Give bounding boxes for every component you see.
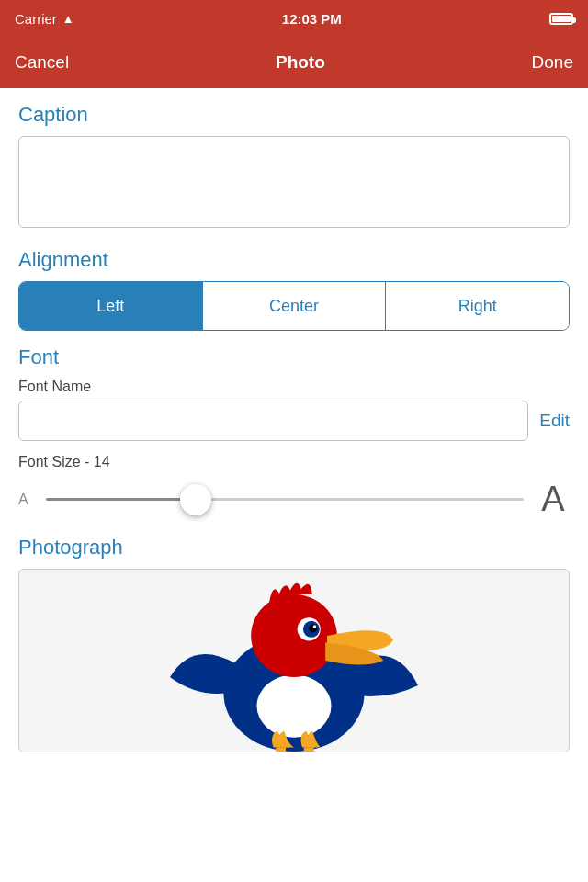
font-edit-button[interactable]: Edit bbox=[539, 411, 570, 431]
photograph-section-label: Photograph bbox=[18, 536, 570, 560]
svg-point-6 bbox=[313, 625, 317, 628]
svg-point-2 bbox=[251, 594, 337, 677]
wifi-icon: ▲ bbox=[62, 12, 74, 26]
font-name-label: Font Name bbox=[18, 379, 570, 395]
status-right bbox=[549, 13, 573, 25]
nav-bar: Cancel Photo Done bbox=[0, 37, 588, 88]
cancel-button[interactable]: Cancel bbox=[15, 52, 69, 73]
slider-small-a: A bbox=[18, 492, 33, 508]
alignment-buttons: Left Center Right bbox=[18, 281, 570, 331]
status-left: Carrier ▲ bbox=[15, 11, 74, 27]
jayhawk-image: KU bbox=[19, 570, 569, 752]
alignment-section: Alignment Left Center Right bbox=[18, 248, 570, 331]
caption-section-label: Caption bbox=[18, 103, 570, 127]
font-size-slider[interactable] bbox=[46, 498, 524, 501]
caption-input[interactable] bbox=[18, 136, 570, 228]
font-size-label: Font Size - 14 bbox=[18, 454, 570, 470]
svg-text:KU: KU bbox=[277, 691, 311, 717]
battery-icon bbox=[549, 13, 573, 25]
font-section: Font Font Name Edit Font Size - 14 A A bbox=[18, 345, 570, 519]
align-right-button[interactable]: Right bbox=[386, 282, 569, 330]
alignment-section-label: Alignment bbox=[18, 248, 570, 272]
nav-title: Photo bbox=[276, 52, 325, 73]
slider-large-a: A bbox=[537, 480, 570, 519]
align-center-button[interactable]: Center bbox=[203, 282, 387, 330]
status-bar: Carrier ▲ 12:03 PM bbox=[0, 0, 588, 37]
font-section-label: Font bbox=[18, 345, 570, 369]
font-name-row: Edit bbox=[18, 401, 570, 441]
content-area: Caption Alignment Left Center Right Font… bbox=[0, 88, 588, 767]
photograph-container: KU bbox=[18, 569, 570, 752]
svg-rect-9 bbox=[304, 748, 314, 752]
status-time: 12:03 PM bbox=[282, 11, 342, 27]
svg-rect-8 bbox=[276, 748, 286, 752]
font-size-slider-row: A A bbox=[18, 480, 570, 519]
carrier-label: Carrier bbox=[15, 11, 57, 27]
align-left-button[interactable]: Left bbox=[19, 282, 203, 330]
font-name-input[interactable] bbox=[18, 401, 528, 441]
svg-point-5 bbox=[309, 624, 317, 632]
done-button[interactable]: Done bbox=[532, 52, 573, 73]
